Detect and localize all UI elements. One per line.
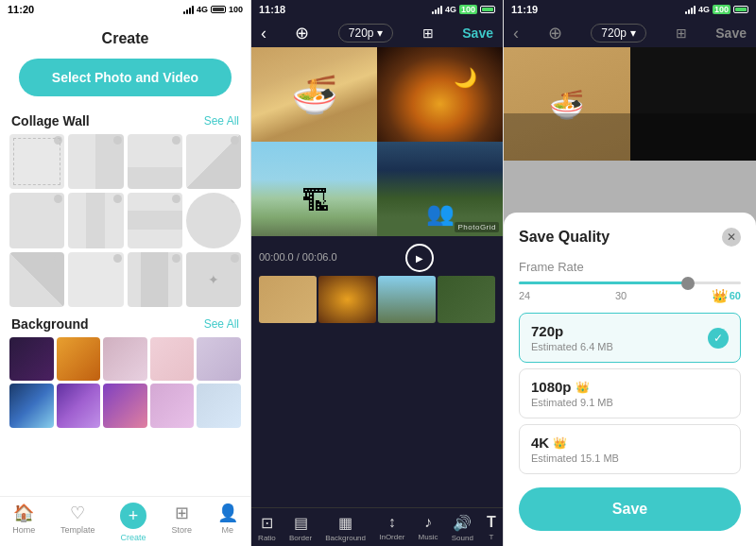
- collage-item[interactable]: [9, 134, 64, 189]
- quality-1080p-size: Estimated 9.1 MB: [531, 397, 613, 408]
- back-button-p3[interactable]: ‹: [513, 24, 519, 43]
- chevron-down-icon-p3: ▾: [630, 26, 636, 40]
- layers-icon-p3[interactable]: ⊕: [548, 23, 562, 43]
- thumb-night[interactable]: [318, 276, 376, 323]
- save-quality-title: Save Quality: [519, 229, 610, 246]
- bg-item[interactable]: [57, 384, 101, 428]
- status-icons-p2: 4G 100: [432, 5, 495, 14]
- bg-item[interactable]: [9, 337, 54, 382]
- tool-border[interactable]: ▤ Border: [289, 514, 312, 542]
- back-button[interactable]: ‹: [261, 24, 266, 43]
- panel-save-quality: 11:19 4G 100 ‹ ⊕ 720p ▾ ⊞ Save 🍜: [504, 0, 756, 546]
- background-section-header: Background See All: [0, 311, 250, 337]
- quality-1080p-name: 1080p: [531, 379, 572, 395]
- status-bar-p3: 11:19 4G 100: [504, 0, 756, 19]
- music-icon: ♪: [424, 514, 432, 531]
- frame-rate-slider[interactable]: [519, 282, 741, 284]
- collage-item[interactable]: [128, 193, 182, 247]
- save-main-button[interactable]: Save: [519, 487, 741, 531]
- photo-cell-food[interactable]: [251, 47, 377, 142]
- nav-home[interactable]: 🏠 Home: [12, 503, 35, 542]
- save-button-p3[interactable]: Save: [715, 26, 747, 41]
- nav-store[interactable]: ⊞ Store: [172, 503, 193, 542]
- collage-item[interactable]: [68, 134, 123, 189]
- bg-item[interactable]: [103, 337, 147, 382]
- collage-see-all[interactable]: See All: [204, 114, 239, 128]
- collage-grid: ✦: [0, 134, 250, 311]
- photo-grid: PhotoGrid: [251, 47, 503, 236]
- close-button[interactable]: ✕: [722, 228, 741, 247]
- signal-icon-p3: [685, 6, 696, 14]
- frame-rate-label: Frame Rate: [519, 260, 741, 274]
- collage-item[interactable]: [186, 193, 241, 247]
- inorder-icon: ↕: [388, 514, 396, 531]
- quality-1080p[interactable]: 1080p 👑 Estimated 9.1 MB: [519, 368, 741, 418]
- nav-create[interactable]: + Create: [120, 503, 146, 542]
- select-photo-video-button[interactable]: Select Photo and Video: [19, 59, 232, 96]
- collage-item[interactable]: [128, 134, 182, 189]
- status-bar-p2: 11:18 4G 100: [251, 0, 503, 19]
- slider-thumb[interactable]: [681, 277, 695, 290]
- collage-item[interactable]: [68, 193, 123, 247]
- bg-item[interactable]: [150, 384, 195, 428]
- tool-text[interactable]: T T: [487, 514, 496, 542]
- save-button-p2[interactable]: Save: [462, 26, 493, 41]
- tool-sound-label: Sound: [452, 534, 473, 542]
- play-button[interactable]: ▶: [405, 244, 434, 272]
- me-icon: 👤: [217, 503, 238, 523]
- bg-item[interactable]: [57, 337, 101, 382]
- background-icon: ▦: [338, 514, 352, 532]
- quality-4k-info: 4K 👑 Estimated 15.1 MB: [531, 435, 619, 464]
- store-icon: ⊞: [175, 503, 189, 523]
- tool-border-label: Border: [289, 534, 312, 542]
- tool-ratio[interactable]: ⊡ Ratio: [258, 514, 276, 542]
- background-see-all[interactable]: See All: [204, 317, 239, 331]
- crown-1080p-icon: 👑: [576, 381, 590, 394]
- layers-icon[interactable]: ⊕: [295, 23, 309, 43]
- panel-create: 11:20 4G 100 Create Select Photo and Vid…: [0, 0, 251, 546]
- p3-topbar: ‹ ⊕ 720p ▾ ⊞ Save: [504, 19, 756, 47]
- nav-template-label: Template: [60, 525, 95, 535]
- bg-item[interactable]: [103, 384, 147, 428]
- tool-inorder[interactable]: ↕ InOrder: [379, 514, 404, 542]
- photo-cell-sky[interactable]: [251, 142, 377, 236]
- resolution-selector[interactable]: 720p ▾: [338, 24, 394, 43]
- quality-720p[interactable]: 720p Estimated 6.4 MB ✓: [519, 313, 741, 363]
- bg-item[interactable]: [150, 337, 195, 382]
- thumb-extra[interactable]: [438, 276, 495, 323]
- watermark: PhotoGrid: [455, 222, 499, 232]
- bg-item[interactable]: [197, 384, 241, 428]
- editor-toolbar: ⊡ Ratio ▤ Border ▦ Background ↕ InOrder …: [251, 507, 503, 546]
- resolution-label: 720p: [349, 26, 374, 40]
- thumb-sky[interactable]: [378, 276, 436, 323]
- panel-editor: 11:18 4G 100 ‹ ⊕ 720p ▾ ⊞ Save P: [251, 0, 504, 546]
- tool-sound[interactable]: 🔊 Sound: [452, 514, 473, 542]
- resolution-selector-p3[interactable]: 720p ▾: [591, 24, 646, 43]
- collage-item[interactable]: [9, 193, 64, 247]
- photo-cell-night[interactable]: [377, 47, 503, 142]
- collage-item[interactable]: [68, 252, 123, 307]
- nav-template[interactable]: ♡ Template: [60, 503, 95, 542]
- quality-4k[interactable]: 4K 👑 Estimated 15.1 MB: [519, 424, 741, 474]
- bg-item[interactable]: [197, 337, 241, 382]
- quality-720p-name: 720p: [531, 323, 613, 339]
- collage-item[interactable]: ✦: [186, 252, 241, 307]
- signal-icon: [183, 6, 194, 14]
- collage-item[interactable]: [186, 134, 241, 189]
- page-title: Create: [0, 19, 250, 55]
- battery-pct: 100: [229, 5, 243, 14]
- tool-background[interactable]: ▦ Background: [325, 514, 366, 542]
- tool-music[interactable]: ♪ Music: [419, 514, 438, 542]
- nav-me[interactable]: 👤 Me: [217, 503, 238, 542]
- bg-item[interactable]: [9, 384, 54, 428]
- status-icons-p1: 4G 100: [183, 5, 243, 14]
- network-badge-p2: 4G: [445, 5, 456, 14]
- collage-item[interactable]: [128, 252, 182, 307]
- text-icon: T: [487, 514, 496, 531]
- collage-title: Collage Wall: [11, 113, 90, 128]
- quality-720p-check: ✓: [708, 328, 729, 349]
- thumb-food[interactable]: [259, 276, 317, 323]
- collage-item[interactable]: [9, 252, 64, 307]
- nav-home-label: Home: [12, 525, 35, 535]
- create-add-icon: +: [120, 503, 146, 529]
